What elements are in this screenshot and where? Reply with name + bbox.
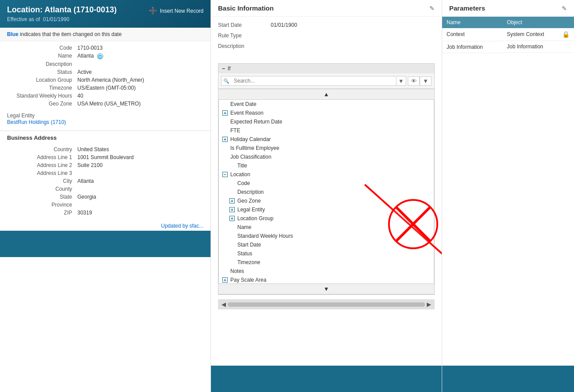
left-footer-teal — [0, 231, 211, 257]
middle-panel: Basic Information ✎ Start Date 01/01/190… — [211, 0, 442, 392]
list-item-label: Start Date — [237, 242, 261, 248]
parameters-header: Parameters ✎ — [442, 0, 574, 17]
location-header: Location: Atlanta (1710-0013) ➕ Insert N… — [0, 0, 211, 28]
list-item-label: Location — [230, 171, 250, 178]
list-item-label: Expected Return Date — [230, 119, 282, 125]
list-item[interactable]: Code — [219, 179, 434, 188]
updated-by: Updated by sfac... — [0, 221, 211, 231]
list-item[interactable]: Title — [219, 161, 434, 170]
col-name-header: Name — [442, 17, 502, 28]
list-item[interactable]: Event Date — [219, 100, 434, 109]
list-item-label: Title — [237, 163, 247, 169]
parameters-table: Name Object Context System Context 🔒 Job… — [442, 17, 574, 53]
h-scroll-right-btn[interactable]: ▶ — [427, 301, 431, 308]
list-item-label: Standard Weekly Hours — [237, 233, 293, 239]
expand-plus-icon[interactable]: + — [229, 216, 235, 221]
expand-plus-icon[interactable]: + — [222, 277, 228, 283]
expand-minus-icon[interactable]: − — [222, 172, 228, 177]
param-name: Job Information — [442, 41, 502, 53]
list-item-label: Status — [237, 250, 252, 257]
list-item[interactable]: FTE — [219, 126, 434, 135]
scroll-down-btn[interactable]: ▼ — [218, 284, 434, 294]
effective-as-of: Effective as of 01/01/1990 — [7, 16, 203, 22]
list-item[interactable]: +Event Reason — [219, 109, 434, 117]
list-item[interactable]: Expected Return Date — [219, 117, 434, 126]
list-item-label: Holiday Calendar — [230, 136, 271, 142]
list-item-label: Is Fulltime Employee — [230, 145, 279, 151]
list-item-label: Description — [237, 189, 264, 195]
left-panel: Location: Atlanta (1710-0013) ➕ Insert N… — [0, 0, 211, 392]
param-object: System Context 🔒 — [502, 28, 574, 41]
list-item-label: Pay Scale Area — [230, 277, 266, 283]
if-header[interactable]: − If — [218, 64, 434, 73]
h-scrollbar[interactable] — [228, 302, 425, 307]
list-item[interactable]: +Legal Entity — [219, 205, 434, 214]
param-name: Context — [442, 28, 502, 41]
business-address-title: Business Address — [0, 134, 211, 141]
search-row: 🔍 ▼ 👁 ▼ — [218, 73, 434, 89]
list-item-label: Event Reason — [230, 110, 263, 116]
plus-circle-icon: ➕ — [149, 7, 157, 15]
list-item[interactable]: Timezone — [219, 258, 434, 267]
scroll-up-btn[interactable]: ▲ — [218, 89, 434, 99]
table-row: Job Information Job Information — [442, 41, 574, 53]
list-item-label: Legal Entity — [237, 207, 265, 213]
basic-info-title: Basic Information — [218, 4, 429, 12]
list-item[interactable]: Standard Weekly Hours — [219, 232, 434, 240]
dropdown-list: Event Date+Event ReasonExpected Return D… — [218, 99, 434, 284]
middle-footer-teal — [211, 366, 442, 392]
parameters-title: Parameters — [449, 4, 562, 12]
right-footer-teal — [442, 366, 574, 392]
list-item[interactable]: Status — [219, 249, 434, 258]
basic-info-header: Basic Information ✎ — [211, 0, 442, 17]
h-scroll-left-btn[interactable]: ◀ — [222, 301, 226, 308]
table-row: Context System Context 🔒 — [442, 28, 574, 41]
list-item[interactable]: Job Classification — [219, 152, 434, 161]
list-item[interactable]: +Pay Scale Area — [219, 276, 434, 284]
list-item-label: Event Date — [230, 101, 256, 107]
expand-arrow-button[interactable]: ▼ — [420, 76, 432, 86]
list-item-label: Job Classification — [230, 154, 271, 160]
list-item-label: Code — [237, 180, 250, 186]
search-dropdown-btn[interactable]: ▼ — [396, 77, 406, 85]
list-item-label: Timezone — [237, 259, 260, 265]
expand-plus-icon[interactable]: + — [222, 110, 228, 116]
parameters-edit-icon[interactable]: ✎ — [562, 5, 567, 12]
business-address-section: Country United States Address Line 1 100… — [0, 143, 211, 221]
expand-plus-icon[interactable]: + — [229, 198, 235, 203]
lock-icon: 🔒 — [562, 31, 570, 38]
list-item[interactable]: +Holiday Calendar — [219, 135, 434, 144]
list-item-label: FTE — [230, 127, 240, 134]
list-item[interactable]: +Location Group — [219, 214, 434, 223]
location-title: Location: Atlanta (1710-0013) — [7, 5, 116, 15]
basic-info-form: Start Date 01/01/1900 Rule Type Descript… — [211, 17, 442, 59]
list-item[interactable]: +Geo Zone — [219, 196, 434, 205]
globe-icon[interactable]: 🌐 — [97, 53, 103, 59]
list-item-label: Location Group — [237, 215, 273, 221]
legal-entity-link[interactable]: BestRun Holdings (1710) — [7, 119, 66, 125]
expand-plus-icon[interactable]: + — [222, 137, 228, 142]
insert-new-record-btn[interactable]: ➕ Insert New Record — [149, 7, 203, 15]
list-item[interactable]: Name — [219, 223, 434, 232]
blue-notice: Blue indicates that the item changed on … — [0, 28, 211, 41]
basic-info-edit-icon[interactable]: ✎ — [429, 5, 435, 12]
col-object-header: Object — [502, 17, 574, 28]
param-object: Job Information — [502, 41, 574, 53]
legal-entity-section: Legal Entity BestRun Holdings (1710) — [0, 112, 211, 127]
list-item-label: Name — [237, 224, 251, 230]
if-collapse-icon[interactable]: − — [222, 65, 225, 72]
list-item[interactable]: Description — [219, 188, 434, 196]
list-item-label: Geo Zone — [237, 198, 261, 204]
search-icon: 🔍 — [222, 78, 231, 84]
search-wrapper: 🔍 ▼ — [221, 76, 406, 86]
eye-button[interactable]: 👁 — [408, 76, 420, 86]
list-item[interactable]: −Location — [219, 170, 434, 179]
if-block: − If 🔍 ▼ 👁 ▼ ▲ Event Date+Event ReasonEx… — [218, 63, 435, 295]
search-input[interactable] — [231, 76, 396, 85]
list-item[interactable]: Start Date — [219, 240, 434, 249]
list-item[interactable]: Notes — [219, 267, 434, 276]
list-item-label: Notes — [230, 268, 244, 274]
info-section: Code 1710-0013 Name Atlanta 🌐 Descriptio… — [0, 41, 211, 112]
expand-plus-icon[interactable]: + — [229, 207, 235, 212]
list-item[interactable]: Is Fulltime Employee — [219, 144, 434, 152]
